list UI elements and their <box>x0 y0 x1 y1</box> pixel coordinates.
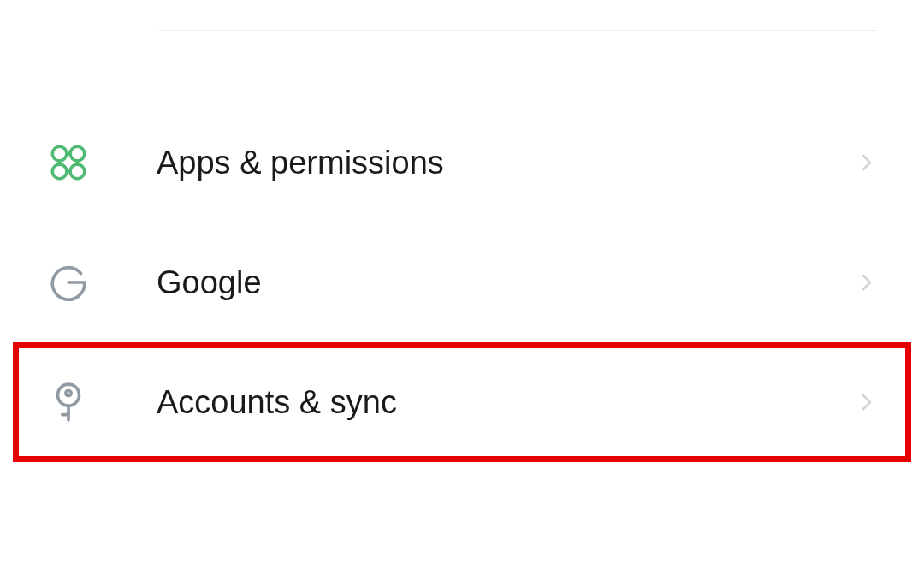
settings-item-label: Accounts & sync <box>157 384 856 421</box>
apps-permissions-icon <box>47 141 90 184</box>
svg-point-1 <box>70 146 85 161</box>
settings-item-accounts-sync[interactable]: Accounts & sync <box>13 342 911 462</box>
chevron-right-icon <box>856 392 877 412</box>
google-icon <box>47 261 90 304</box>
settings-item-apps-permissions[interactable]: Apps & permissions <box>47 103 877 222</box>
svg-point-9 <box>66 390 71 395</box>
chevron-right-icon <box>856 152 877 173</box>
settings-item-label: Apps & permissions <box>157 145 856 181</box>
svg-point-2 <box>52 164 67 179</box>
divider <box>158 30 877 31</box>
svg-point-0 <box>52 146 67 161</box>
settings-item-google[interactable]: Google <box>47 222 877 342</box>
key-icon <box>47 381 90 424</box>
svg-point-3 <box>70 164 85 179</box>
settings-list: Apps & permissions Google <box>0 103 924 462</box>
settings-item-label: Google <box>157 264 856 301</box>
chevron-right-icon <box>856 272 877 293</box>
